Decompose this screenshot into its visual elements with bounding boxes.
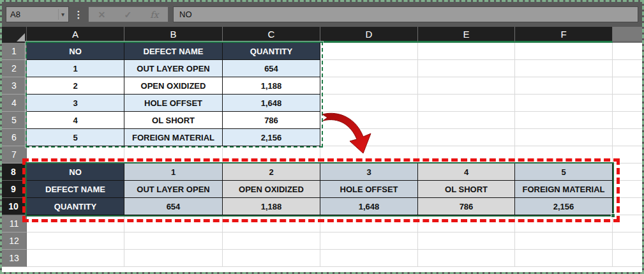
empty-cell[interactable] (27, 250, 124, 267)
enter-icon[interactable]: ✓ (124, 10, 131, 20)
row-header-12[interactable]: 12 (2, 232, 27, 250)
empty-cell[interactable] (320, 146, 418, 164)
empty-cell[interactable] (613, 250, 642, 267)
cell-b1[interactable]: DEFECT NAME (124, 43, 223, 60)
row-header-8[interactable]: 8 (2, 164, 27, 181)
cell-a5[interactable]: 4 (27, 112, 124, 129)
cell-b2[interactable]: OUT LAYER OPEN (124, 60, 223, 77)
cell-c1[interactable]: QUANTITY (223, 43, 320, 60)
cell-b9[interactable]: OUT LAYER OPEN (124, 181, 223, 198)
empty-cell[interactable] (418, 146, 515, 164)
empty-cell[interactable] (320, 95, 418, 112)
cell-c9[interactable]: OPEN OXIDIZED (223, 181, 320, 198)
cell-a1[interactable]: NO (27, 43, 124, 60)
column-header-d[interactable]: D (320, 27, 418, 43)
empty-cell[interactable] (515, 112, 613, 129)
empty-cell[interactable] (418, 112, 515, 129)
empty-cell[interactable] (613, 181, 642, 198)
empty-cell[interactable] (613, 112, 642, 129)
empty-cell[interactable] (223, 146, 320, 164)
empty-cell[interactable] (613, 215, 642, 232)
cell-c8[interactable]: 2 (223, 164, 320, 181)
fill-handle[interactable] (611, 213, 615, 218)
empty-cell[interactable] (320, 43, 418, 60)
column-header-e[interactable]: E (418, 27, 515, 43)
row-header-2[interactable]: 2 (2, 60, 27, 77)
empty-cell[interactable] (223, 215, 320, 232)
empty-cell[interactable] (613, 164, 642, 181)
empty-cell[interactable] (418, 43, 515, 60)
cell-a2[interactable]: 1 (27, 60, 124, 77)
cell-d8[interactable]: 3 (320, 164, 418, 181)
cell-c3[interactable]: 1,188 (223, 77, 320, 95)
cell-a4[interactable]: 3 (27, 95, 124, 112)
empty-cell[interactable] (418, 95, 515, 112)
cell-f9[interactable]: FOREIGN MATERIAL (515, 181, 613, 198)
empty-cell[interactable] (124, 146, 223, 164)
cell-a3[interactable]: 2 (27, 77, 124, 95)
empty-cell[interactable] (320, 77, 418, 95)
column-header-a[interactable]: A (27, 27, 124, 43)
cell-b4[interactable]: HOLE OFFSET (124, 95, 223, 112)
empty-cell[interactable] (613, 95, 642, 112)
empty-cell[interactable] (418, 250, 515, 267)
row-header-11[interactable]: 11 (2, 215, 27, 232)
cell-b10[interactable]: 654 (124, 198, 223, 215)
row-header-9[interactable]: 9 (2, 181, 27, 198)
cell-e10[interactable]: 786 (418, 198, 515, 215)
empty-cell[interactable] (27, 215, 124, 232)
cell-b3[interactable]: OPEN OXIDIZED (124, 77, 223, 95)
empty-cell[interactable] (223, 250, 320, 267)
formula-bar[interactable]: NO (173, 6, 638, 22)
empty-cell[interactable] (613, 77, 642, 95)
empty-cell[interactable] (515, 250, 613, 267)
empty-cell[interactable] (613, 146, 642, 164)
empty-cell[interactable] (613, 232, 642, 250)
empty-cell[interactable] (223, 232, 320, 250)
empty-cell[interactable] (515, 95, 613, 112)
column-header-b[interactable]: B (124, 27, 223, 43)
cell-c10[interactable]: 1,188 (223, 198, 320, 215)
cell-c2[interactable]: 654 (223, 60, 320, 77)
empty-cell[interactable] (515, 60, 613, 77)
name-box[interactable]: A8 ▾ (6, 6, 69, 22)
empty-cell[interactable] (515, 43, 613, 60)
cell-f8[interactable]: 5 (515, 164, 613, 181)
empty-cell[interactable] (124, 250, 223, 267)
empty-cell[interactable] (124, 232, 223, 250)
cancel-icon[interactable]: ✕ (98, 10, 106, 20)
empty-cell[interactable] (320, 112, 418, 129)
row-header-5[interactable]: 5 (2, 112, 27, 129)
name-box-dropdown-icon[interactable]: ▾ (58, 9, 64, 20)
empty-cell[interactable] (320, 232, 418, 250)
empty-cell[interactable] (418, 129, 515, 146)
empty-cell[interactable] (515, 215, 613, 232)
column-header-f[interactable]: F (515, 27, 613, 43)
cell-a6[interactable]: 5 (27, 129, 124, 146)
empty-cell[interactable] (27, 232, 124, 250)
cell-b5[interactable]: OL SHORT (124, 112, 223, 129)
cell-c5[interactable]: 786 (223, 112, 320, 129)
row-header-7[interactable]: 7 (2, 146, 27, 164)
empty-cell[interactable] (418, 60, 515, 77)
cell-b6[interactable]: FOREIGN MATERIAL (124, 129, 223, 146)
cell-c6[interactable]: 2,156 (223, 129, 320, 146)
empty-cell[interactable] (320, 60, 418, 77)
empty-cell[interactable] (613, 129, 642, 146)
row-header-13[interactable]: 13 (2, 250, 27, 267)
row-header-1[interactable]: 1 (2, 43, 27, 60)
empty-cell[interactable] (613, 60, 642, 77)
empty-cell[interactable] (418, 77, 515, 95)
row-header-10[interactable]: 10 (2, 198, 27, 215)
empty-cell[interactable] (418, 232, 515, 250)
empty-cell[interactable] (613, 198, 642, 215)
select-all-corner[interactable] (2, 27, 27, 43)
row-header-6[interactable]: 6 (2, 129, 27, 146)
empty-cell[interactable] (124, 215, 223, 232)
empty-cell[interactable] (515, 129, 613, 146)
empty-cell[interactable] (27, 146, 124, 164)
cell-a8[interactable]: NO (27, 164, 124, 181)
empty-cell[interactable] (515, 146, 613, 164)
cell-a10[interactable]: QUANTITY (27, 198, 124, 215)
row-header-4[interactable]: 4 (2, 95, 27, 112)
